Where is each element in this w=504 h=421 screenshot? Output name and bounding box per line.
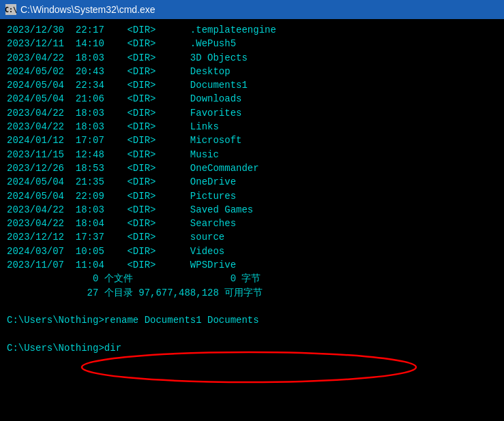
cmd-icon: C:\ xyxy=(5,4,16,15)
dir-entry: 2023/12/30 22:17 <DIR> .templateengine xyxy=(7,23,497,37)
dir-entry: 2024/01/12 17:07 <DIR> Microsoft xyxy=(7,134,497,147)
title-bar: C:\ C:\Windows\System32\cmd.exe xyxy=(0,0,504,19)
dir-listing: 2023/12/30 22:17 <DIR> .templateengine20… xyxy=(7,23,497,272)
dir-entry: 2023/04/22 18:03 <DIR> Links xyxy=(7,120,497,134)
dir-entry: 2023/12/11 14:10 <DIR> .WePush5 xyxy=(7,37,497,50)
window: C:\ C:\Windows\System32\cmd.exe 2023/12/… xyxy=(0,0,504,421)
summary-line-2: 27 个目录 97,677,488,128 可用字节 xyxy=(7,287,263,298)
terminal-body[interactable]: 2023/12/30 22:17 <DIR> .templateengine20… xyxy=(0,19,504,421)
dir-entry: 2023/11/07 11:04 <DIR> WPSDrive xyxy=(7,258,497,272)
prompt-line: C:\Users\Nothing>dir xyxy=(7,343,121,354)
dir-entry: 2023/11/15 12:48 <DIR> Music xyxy=(7,148,497,161)
rename-command-container: C:\Users\Nothing>rename Documents1 Docum… xyxy=(7,313,259,327)
dir-entry: 2023/04/22 18:03 <DIR> Favorites xyxy=(7,106,497,120)
title-text: C:\Windows\System32\cmd.exe xyxy=(20,4,155,15)
summary-line-1: 0 个文件 0 字节 xyxy=(7,273,261,284)
dir-entry: 2023/12/26 18:53 <DIR> OneCommander xyxy=(7,161,497,175)
dir-entry: 2024/05/04 21:35 <DIR> OneDrive xyxy=(7,175,497,189)
dir-entry: 2023/12/12 17:37 <DIR> source xyxy=(7,230,497,244)
dir-entry: 2024/03/07 10:05 <DIR> Videos xyxy=(7,245,497,258)
dir-entry: 2024/05/04 21:06 <DIR> Downloads xyxy=(7,92,497,106)
dir-entry: 2024/05/02 20:43 <DIR> Desktop xyxy=(7,65,497,78)
svg-point-0 xyxy=(82,352,416,382)
dir-entry: 2023/04/22 18:04 <DIR> Searches xyxy=(7,217,497,230)
dir-entry: 2023/04/22 18:03 <DIR> Saved Games xyxy=(7,203,497,217)
dir-entry: 2023/04/22 18:03 <DIR> 3D Objects xyxy=(7,51,497,65)
rename-command: C:\Users\Nothing>rename Documents1 Docum… xyxy=(7,315,259,326)
dir-entry: 2024/05/04 22:09 <DIR> Pictures xyxy=(7,189,497,203)
dir-entry: 2024/05/04 22:34 <DIR> Documents1 xyxy=(7,78,497,92)
